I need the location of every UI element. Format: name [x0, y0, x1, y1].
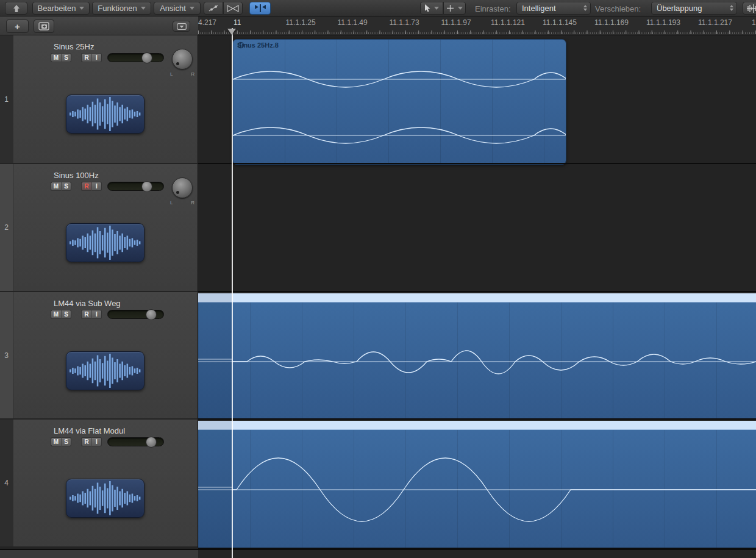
ruler-tick-label: 11.1.1.25 [285, 18, 315, 27]
record-button[interactable]: R [81, 437, 91, 446]
snap-label: Einrasten: [475, 4, 511, 13]
row-separator [198, 291, 756, 292]
track-icon[interactable] [66, 95, 144, 134]
menu-bearbeiten[interactable]: Bearbeiten [32, 2, 90, 15]
ruler-tick-label: 1 [752, 18, 756, 27]
stepper-arrows-icon [730, 5, 733, 11]
ruler-tick-label: 11.1.1.217 [698, 18, 732, 27]
input-monitor-button[interactable]: I [91, 182, 102, 191]
ruler-tick-label: 11.1.1.49 [337, 18, 367, 27]
playhead[interactable] [232, 28, 233, 558]
region-sinus-25hz[interactable]: Sinus 25Hz.8 [232, 39, 566, 165]
track-name[interactable]: Sinus 25Hz [54, 42, 94, 51]
ruler-ticks-major [198, 30, 756, 34]
waveform-zoom-button[interactable] [743, 2, 756, 15]
volume-knob[interactable] [146, 309, 157, 320]
empty-track-strip [0, 549, 198, 558]
input-monitor-button[interactable]: I [91, 437, 102, 446]
flex-button[interactable] [249, 2, 271, 15]
ruler-tick-label: 11.1.1.169 [594, 18, 629, 27]
ruler-tick-label: 11.1.1.73 [389, 18, 419, 27]
ruler-tick-label: 4.217 [198, 18, 216, 27]
mute-button[interactable]: M [51, 310, 61, 319]
region-waveform [233, 40, 566, 165]
ruler-playhead-label: 11 [234, 18, 241, 27]
input-monitor-button[interactable]: I [91, 53, 102, 62]
volume-slider[interactable] [107, 182, 164, 191]
dropdown-box-icon [177, 23, 187, 30]
playhead-handle[interactable] [227, 29, 236, 35]
row-separator [198, 163, 756, 164]
track-name[interactable]: LM44 via Flat Modul [54, 426, 125, 435]
duplicate-track-icon [38, 22, 49, 30]
arrow-up-icon [12, 4, 21, 13]
ruler-tick-label: 11.1.1.145 [543, 18, 577, 27]
volume-slider[interactable] [107, 310, 164, 319]
drag-label: Verschieben: [595, 4, 641, 13]
menu-ansicht[interactable]: Ansicht [154, 2, 201, 15]
crosshair-icon [446, 4, 454, 12]
volume-slider[interactable] [107, 53, 164, 62]
timeline-ruler[interactable]: 4.217 11 1 11.1.1.2511.1.1.4911.1.1.7311… [198, 16, 756, 35]
track-header-2[interactable]: 2 Sinus 100Hz M S R I L R [0, 164, 198, 292]
mute-button[interactable]: M [51, 437, 61, 446]
track-number[interactable]: 4 [0, 420, 13, 546]
track-header-menu-button[interactable] [173, 21, 190, 32]
snap-select[interactable]: Intelligent [516, 2, 591, 15]
solo-button[interactable]: S [61, 437, 71, 446]
add-track-button[interactable]: + [6, 20, 29, 33]
logic-pro-window: Bearbeiten Funktionen Ansicht [0, 0, 756, 558]
track-icon[interactable] [66, 223, 144, 262]
record-button[interactable]: R [81, 53, 91, 62]
arrange-area[interactable]: Sinus 25Hz.8 [198, 35, 756, 558]
region-waveform [198, 293, 756, 420]
pointer-tool-button[interactable] [420, 2, 443, 15]
input-monitor-button[interactable]: I [91, 310, 102, 319]
pan-knob[interactable]: L R [172, 177, 193, 198]
mute-button[interactable]: M [51, 182, 61, 191]
main-toolbar: Bearbeiten Funktionen Ansicht [0, 0, 756, 16]
track-header-1[interactable]: 1 Sinus 25Hz M S R I L R [0, 35, 198, 164]
track-name[interactable]: Sinus 100Hz [54, 171, 99, 180]
menu-funktionen[interactable]: Funktionen [92, 2, 151, 15]
duplicate-track-button[interactable] [34, 20, 54, 33]
track-list-toolbar: + [0, 16, 198, 35]
region-lm44-sub-weg[interactable] [198, 293, 756, 420]
solo-button[interactable]: S [61, 310, 71, 319]
track-number[interactable]: 1 [0, 35, 13, 163]
plus-icon: + [15, 21, 20, 32]
record-button[interactable]: R [81, 310, 91, 319]
solo-button[interactable]: S [61, 182, 71, 191]
chevron-down-icon [458, 7, 463, 10]
automation-button[interactable] [204, 2, 223, 15]
empty-arrange-strip [198, 549, 756, 558]
pan-knob[interactable]: L R [172, 49, 193, 70]
flex-icon [254, 4, 266, 13]
track-header-3[interactable]: 3 LM44 via Sub Weg M S R I [0, 292, 198, 420]
record-button[interactable]: R [81, 182, 91, 191]
volume-knob[interactable] [146, 437, 157, 448]
track-number[interactable]: 2 [0, 164, 13, 291]
automation-icon [208, 4, 219, 13]
back-up-button[interactable] [5, 2, 27, 15]
pan-indicator [176, 62, 179, 65]
region-lm44-flat-modul[interactable] [198, 421, 756, 548]
ruler-tick-label: 11.1.1.97 [441, 18, 471, 27]
track-header-4[interactable]: 4 LM44 via Flat Modul M S R I [0, 420, 198, 548]
crossfade-button[interactable] [223, 2, 243, 15]
track-icon[interactable] [66, 479, 144, 518]
region-label-bar: Sinus 25Hz.8 [237, 41, 279, 49]
volume-knob[interactable] [141, 181, 152, 192]
track-number[interactable]: 3 [0, 292, 13, 418]
volume-slider[interactable] [107, 437, 164, 446]
volume-knob[interactable] [141, 52, 152, 63]
secondary-tool-button[interactable] [443, 2, 466, 15]
mute-button[interactable]: M [51, 53, 61, 62]
chevron-down-icon [79, 7, 84, 10]
track-name[interactable]: LM44 via Sub Weg [54, 299, 121, 308]
track-icon[interactable] [66, 351, 144, 390]
ruler-tick-label: 11.1.1.121 [491, 18, 525, 27]
solo-button[interactable]: S [61, 53, 71, 62]
row-separator [198, 418, 756, 420]
drag-select[interactable]: Überlappung [651, 2, 737, 15]
